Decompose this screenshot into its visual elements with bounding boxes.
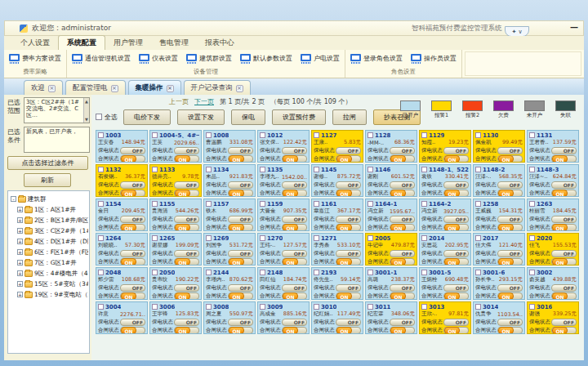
card-checkbox[interactable]	[260, 132, 265, 138]
switch-toggle-on[interactable]: ON	[390, 292, 415, 300]
meter-card[interactable]: 1135李瑾九..1542.00..保电状态OFF合闸状态ON	[257, 164, 310, 197]
supply-toggle-off[interactable]: OFF	[282, 250, 307, 257]
supply-toggle-off[interactable]: OFF	[174, 216, 199, 223]
meter-card[interactable]: 1154金日209.45元保电状态OFF合闸状态ON	[96, 199, 148, 231]
card-checkbox[interactable]	[98, 235, 104, 241]
supply-toggle-off[interactable]: OFF	[282, 147, 307, 154]
meter-card[interactable]: 1155贵海清544.26元保电状态OFF合闸状态ON	[149, 199, 202, 231]
supply-toggle-off[interactable]: OFF	[443, 250, 469, 257]
card-checkbox[interactable]	[206, 201, 212, 207]
refresh-button[interactable]: 刷新	[24, 173, 71, 187]
card-checkbox[interactable]	[152, 132, 158, 138]
next-page-link[interactable]: 下一页	[194, 97, 214, 106]
ribbon-button[interactable]: 户电设置	[301, 54, 340, 64]
meter-card[interactable]: 3008周之夏550.97元保电状态OFF合闸状态ON	[203, 301, 256, 334]
supply-toggle-off[interactable]: OFF	[390, 284, 415, 292]
toolbar-button-电价下发[interactable]: 电价下发	[123, 109, 171, 125]
meter-card[interactable]: 2005牛记申479.87元保电状态OFF合闸状态ON	[365, 233, 417, 266]
switch-toggle-on[interactable]: ON	[336, 327, 361, 334]
switch-toggle-on[interactable]: ON	[120, 190, 145, 197]
switch-toggle-on[interactable]: ON	[282, 190, 307, 197]
ribbon-tab-售电管理[interactable]: 售电管理	[151, 36, 197, 50]
supply-toggle-off[interactable]: OFF	[282, 181, 307, 189]
ribbon-button[interactable]: 默认参数设置	[240, 54, 292, 64]
ribbon-button[interactable]: 费率方案设置	[9, 54, 61, 64]
expand-icon[interactable]: +	[17, 228, 23, 234]
card-checkbox[interactable]	[529, 235, 535, 241]
card-checkbox[interactable]	[421, 235, 427, 241]
tree-item[interactable]: +3区：C区2#井（1#变…	[11, 225, 88, 236]
expand-icon[interactable]: +	[17, 281, 23, 287]
meter-card[interactable]: 1271李秀条533.10元保电状态OFF合闸状态ON	[311, 233, 363, 266]
card-checkbox[interactable]	[368, 167, 373, 172]
supply-toggle-off[interactable]: OFF	[120, 250, 145, 257]
card-checkbox[interactable]	[529, 270, 535, 275]
tree-item[interactable]: +7区：G区1#井	[11, 257, 88, 268]
card-checkbox[interactable]	[475, 132, 481, 138]
listbox-scrollbar[interactable]: ▲▼	[83, 98, 89, 123]
supply-toggle-off[interactable]: OFF	[390, 147, 415, 154]
close-icon[interactable]: ×	[167, 85, 174, 92]
switch-toggle-on[interactable]: ON	[390, 224, 415, 231]
switch-toggle-on[interactable]: ON	[120, 224, 145, 231]
tree-item[interactable]: +6区：F区1#井（F区1#…	[11, 247, 88, 257]
supply-toggle-off[interactable]: OFF	[228, 216, 253, 223]
expand-icon[interactable]: +	[17, 249, 23, 255]
meter-card[interactable]: 1145谢修..875.72元保电状态OFF合闸状态ON	[311, 164, 363, 197]
supply-toggle-off[interactable]: OFF	[551, 216, 577, 223]
meter-card[interactable]: 1265谢星娜199.09元保电状态OFF合闸状态ON	[149, 233, 202, 266]
supply-toggle-off[interactable]: OFF	[443, 216, 469, 223]
card-checkbox[interactable]	[206, 304, 212, 310]
prev-page-link[interactable]: 上一页	[169, 97, 189, 106]
card-checkbox[interactable]	[421, 132, 427, 138]
ribbon-button[interactable]: 操作员设置	[411, 54, 457, 64]
meter-card[interactable]: 1264刘晓晓..57.30元保电状态OFF合闸状态ON	[96, 233, 148, 266]
meter-card[interactable]: 3001-5王炳栓690.48元保电状态OFF合闸状态ON	[419, 267, 471, 300]
card-checkbox[interactable]	[475, 270, 481, 275]
meter-card[interactable]: 1008曹温鹏331.08元保电状态OFF合闸状态ON	[203, 130, 256, 163]
supply-toggle-off[interactable]: OFF	[497, 319, 523, 326]
card-checkbox[interactable]	[98, 304, 104, 310]
supply-toggle-off[interactable]: OFF	[497, 216, 523, 223]
card-checkbox[interactable]	[421, 167, 427, 172]
switch-toggle-on[interactable]: ON	[551, 258, 577, 266]
meter-card[interactable]: 1270王玮-..127.57元保电状态OFF合闸状态ON	[257, 233, 310, 266]
expand-icon[interactable]: +	[17, 292, 23, 297]
switch-toggle-on[interactable]: ON	[174, 155, 199, 163]
meter-card[interactable]: 1012张文保..122.42元保电状态OFF合闸状态ON	[257, 130, 310, 163]
card-checkbox[interactable]	[421, 304, 427, 310]
switch-toggle-on[interactable]: ON	[336, 190, 361, 197]
supply-toggle-off[interactable]: OFF	[390, 216, 415, 223]
meter-card[interactable]: 2144李瑾内..870.62元保电状态OFF合闸状态ON	[203, 267, 256, 300]
card-checkbox[interactable]	[152, 167, 158, 172]
meter-card[interactable]: 2014安思花202.95元保电状态OFF合闸状态ON	[419, 233, 471, 266]
supply-toggle-off[interactable]: OFF	[551, 284, 577, 292]
card-checkbox[interactable]	[314, 304, 319, 310]
card-checkbox[interactable]	[475, 304, 481, 310]
select-all-checkbox[interactable]	[96, 114, 102, 120]
ribbon-tab-系统配置[interactable]: 系统配置	[58, 35, 105, 50]
supply-toggle-off[interactable]: OFF	[336, 216, 361, 223]
meter-card[interactable]: 1130佩金凯99.49元保电状态OFF合闸状态ON	[473, 130, 525, 163]
tree-item[interactable]: +19区：9#变电站（2#…	[11, 289, 88, 300]
tree-item[interactable]: +4区：D区1#井（D区1…	[11, 236, 88, 247]
card-checkbox[interactable]	[314, 167, 319, 172]
ribbon-tab-个人设置[interactable]: 个人设置	[12, 36, 58, 50]
switch-toggle-on[interactable]: ON	[336, 292, 361, 300]
meter-card[interactable]: 1134未品..921.83元保电状态OFF合闸状态ON	[203, 164, 256, 197]
tree-item[interactable]: +15区：5#变站（3#变…	[11, 279, 88, 289]
meter-card[interactable]: 1003王安春148.94元保电状态OFF合闸状态ON	[96, 130, 148, 163]
switch-toggle-on[interactable]: ON	[336, 258, 361, 266]
ribbon-tab-报表中心[interactable]: 报表中心	[197, 36, 243, 50]
switch-toggle-on[interactable]: ON	[443, 327, 469, 334]
filter-select-button[interactable]: 点击选择过滤条件	[7, 156, 88, 170]
switch-toggle-on[interactable]: ON	[120, 327, 145, 334]
switch-toggle-on[interactable]: ON	[120, 258, 145, 266]
switch-toggle-on[interactable]: ON	[228, 190, 253, 197]
supply-toggle-off[interactable]: OFF	[336, 284, 361, 292]
card-checkbox[interactable]	[529, 132, 535, 138]
card-checkbox[interactable]	[260, 304, 265, 310]
ribbon-tab-用户管理[interactable]: 用户管理	[105, 36, 151, 50]
switch-toggle-on[interactable]: ON	[120, 155, 145, 163]
ribbon-button[interactable]: 建筑群设置	[186, 54, 232, 64]
